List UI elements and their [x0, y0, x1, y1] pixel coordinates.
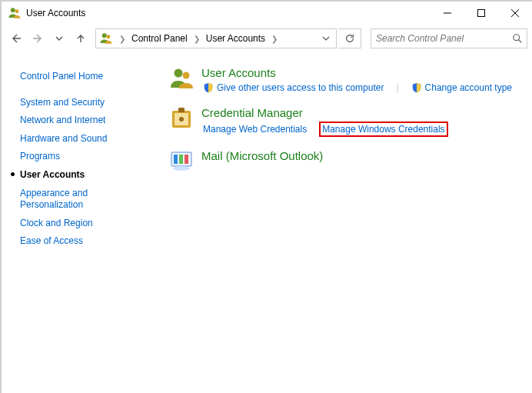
svg-rect-19: [185, 155, 188, 164]
sidebar-item-user-accounts[interactable]: User Accounts: [20, 166, 151, 185]
link-manage-windows-credentials[interactable]: Manage Windows Credentials: [319, 122, 447, 137]
separator: |: [396, 82, 398, 93]
sidebar-item-programs[interactable]: Programs: [20, 148, 151, 166]
titlebar: User Accounts: [2, 2, 532, 25]
sidebar-item-clock-and-region[interactable]: Clock and Region: [20, 215, 151, 233]
section-title-user-accounts[interactable]: User Accounts: [201, 66, 276, 81]
user-accounts-icon: [99, 32, 113, 45]
svg-rect-18: [179, 155, 183, 164]
content-body: Control Panel Home System and Security N…: [2, 52, 532, 393]
svg-point-11: [183, 72, 190, 79]
section-credential-manager: Credential Manager Manage Web Credential…: [169, 106, 521, 137]
chevron-right-icon[interactable]: ❯: [191, 35, 203, 43]
section-user-accounts: User Accounts Give other users access to…: [169, 66, 521, 94]
search-icon[interactable]: [508, 33, 527, 44]
maximize-button[interactable]: [464, 2, 498, 25]
user-accounts-icon: [169, 66, 194, 91]
svg-point-8: [514, 35, 520, 41]
back-button[interactable]: [6, 28, 26, 48]
breadcrumb[interactable]: ❯ Control Panel ❯ User Accounts ❯: [95, 28, 337, 48]
section-mail: Mail (Microsoft Outlook): [169, 149, 521, 174]
svg-rect-17: [174, 155, 178, 164]
svg-point-10: [175, 69, 183, 78]
user-accounts-icon: [8, 6, 22, 20]
credential-manager-icon: [169, 106, 194, 131]
svg-point-1: [15, 9, 19, 13]
sidebar-item-system-and-security[interactable]: System and Security: [20, 94, 151, 112]
breadcrumb-dropdown[interactable]: [316, 29, 336, 48]
search-input[interactable]: [371, 32, 508, 45]
svg-line-9: [519, 40, 522, 43]
breadcrumb-item[interactable]: User Accounts: [203, 29, 268, 48]
up-button[interactable]: [71, 28, 91, 48]
navbar: ❯ Control Panel ❯ User Accounts ❯: [2, 25, 532, 52]
section-title-credential-manager[interactable]: Credential Manager: [201, 106, 303, 121]
window-title: User Accounts: [26, 8, 85, 18]
svg-point-0: [11, 8, 15, 12]
svg-point-7: [107, 35, 111, 38]
sidebar-item-network-and-internet[interactable]: Network and Internet: [20, 112, 151, 130]
svg-point-15: [179, 117, 184, 122]
content-main: User Accounts Give other users access to…: [161, 52, 532, 393]
sidebar-item-control-panel-home[interactable]: Control Panel Home: [20, 68, 151, 86]
breadcrumb-item[interactable]: Control Panel: [128, 29, 191, 48]
refresh-button[interactable]: [338, 28, 361, 48]
section-title-mail[interactable]: Mail (Microsoft Outlook): [201, 149, 323, 164]
svg-point-20: [173, 166, 190, 171]
link-give-other-users-access[interactable]: Give other users access to this computer: [201, 82, 385, 94]
link-change-account-type[interactable]: Change account type: [410, 82, 514, 94]
sidebar-item-hardware-and-sound[interactable]: Hardware and Sound: [20, 130, 151, 148]
chevron-right-icon[interactable]: ❯: [116, 35, 128, 43]
link-manage-web-credentials[interactable]: Manage Web Credentials: [201, 123, 308, 135]
close-button[interactable]: [498, 2, 532, 25]
svg-point-6: [102, 33, 107, 38]
chevron-right-icon[interactable]: ❯: [268, 35, 281, 43]
link-label: Change account type: [425, 82, 512, 93]
forward-button[interactable]: [28, 28, 48, 48]
shield-icon: [411, 82, 422, 93]
shield-icon: [203, 82, 214, 93]
recent-locations-button[interactable]: [49, 28, 69, 48]
svg-rect-14: [178, 108, 185, 112]
sidebar-item-appearance-and-personalization[interactable]: Appearance and Personalization: [20, 185, 151, 215]
sidebar: Control Panel Home System and Security N…: [2, 52, 161, 393]
minimize-button[interactable]: [431, 2, 464, 25]
link-label: Give other users access to this computer: [217, 82, 384, 93]
sidebar-item-ease-of-access[interactable]: Ease of Access: [20, 232, 151, 251]
svg-rect-3: [478, 10, 485, 17]
search-box[interactable]: [371, 28, 527, 48]
mail-icon: [169, 149, 194, 174]
